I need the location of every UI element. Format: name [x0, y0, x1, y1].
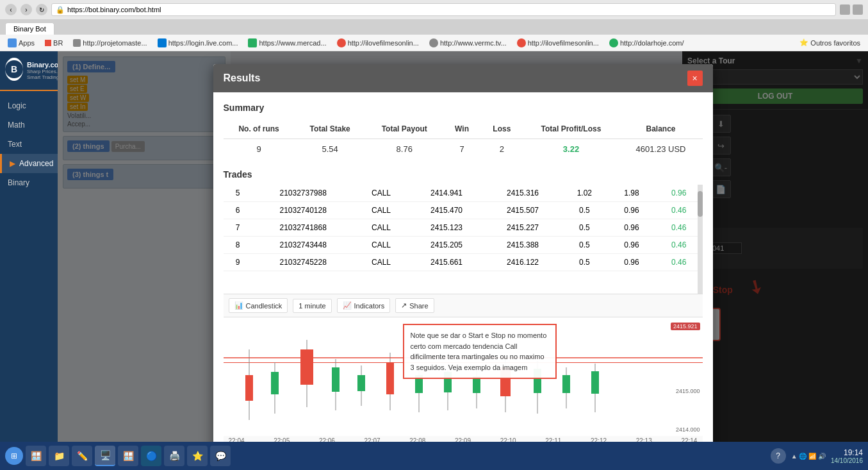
- share-button[interactable]: ↗ Share: [395, 298, 434, 313]
- time-label-4: 22:08: [409, 437, 425, 442]
- trade-id-8: 8: [224, 237, 252, 254]
- indicators-button[interactable]: 📈 Indicators: [337, 298, 391, 313]
- start-button[interactable]: ⊞: [5, 447, 23, 465]
- bookmark-others[interactable]: ⭐ Outros favoritos: [797, 37, 863, 48]
- trade-type-8: CALL: [354, 237, 409, 254]
- taskbar-icon-print[interactable]: 🖨️: [164, 446, 184, 466]
- chart-container: 2415.921 2415.000 2414.000: [224, 317, 703, 442]
- reload-button[interactable]: ↻: [36, 4, 47, 15]
- sidebar-item-math[interactable]: Math: [0, 115, 58, 135]
- bookmark-2[interactable]: https://login.live.com...: [155, 37, 241, 49]
- trades-section: Trades 5 21032737988 CALL 2414.941 2: [224, 169, 703, 294]
- taskbar: ⊞ 🪟 📁 ✏️ 🖥️ 🪟 🔵 🖨️ ⭐ 💬 ? ▲ 🌐 📶 🔊 19:14 1…: [0, 442, 868, 470]
- main-content: (1) Define... set M set E set W set In V…: [58, 51, 868, 442]
- candlestick-button[interactable]: 📊 Candlestick: [229, 298, 288, 313]
- browser-bar: ‹ › ↻ 🔒 https://bot.binary.com/bot.html: [0, 0, 868, 19]
- share-icon: ↗: [401, 301, 407, 310]
- url-text: https://bot.binary.com/bot.html: [67, 6, 161, 13]
- trades-scrollbar-thumb: [698, 191, 703, 217]
- results-modal: Results × Summary No. of runs Total: [213, 64, 713, 442]
- trade-contract-7: 21032741868: [252, 219, 354, 237]
- modal-body: Summary No. of runs Total Stake Total Pa…: [213, 92, 713, 442]
- trade-entry-9: 2415.661: [409, 254, 485, 271]
- taskbar-date-display: 14/10/2016: [831, 457, 863, 464]
- trades-title: Trades: [224, 169, 703, 180]
- trade-entry-5: 2414.941: [409, 185, 485, 202]
- trade-contract-9: 21032745228: [252, 254, 354, 271]
- trade-entry-7: 2415.123: [409, 219, 485, 237]
- bookmark-5[interactable]: http://www.vermc.tv...: [427, 37, 509, 49]
- sidebar-item-text[interactable]: Text: [0, 135, 58, 154]
- sidebar-item-advanced[interactable]: ▶ Advanced: [0, 154, 58, 173]
- modal-title: Results: [224, 72, 261, 84]
- taskbar-icon-star[interactable]: ⭐: [187, 446, 208, 466]
- forward-button[interactable]: ›: [20, 4, 32, 15]
- time-label-8: 22:12: [591, 437, 607, 442]
- bookmarks-bar: Apps BR http://projetomaste... https://l…: [0, 35, 868, 51]
- bookmark-6[interactable]: http://ilovefilmesonlin...: [514, 37, 602, 49]
- bookmark-1[interactable]: http://projetomaste...: [70, 38, 149, 48]
- interval-button[interactable]: 1 minute: [293, 299, 331, 313]
- svg-rect-3: [271, 372, 279, 394]
- menu-icon[interactable]: [853, 4, 863, 15]
- chart-time-labels: 22:04 22:05 22:06 22:07 22:08 22:09 22:1…: [224, 436, 703, 442]
- sidebar-item-logic[interactable]: Logic: [0, 96, 58, 115]
- col-balance: Balance: [619, 119, 702, 139]
- star-icon[interactable]: [840, 4, 850, 15]
- sidebar-item-advanced-label: Advanced: [19, 159, 53, 168]
- trade-profit-7: 0.46: [655, 219, 703, 237]
- sidebar-item-math-label: Math: [8, 121, 25, 130]
- app-area: B Binary.com Sharp Prices. Smart Trading…: [0, 51, 868, 442]
- indicators-label: Indicators: [354, 302, 385, 310]
- taskbar-icon-window[interactable]: 🪟: [118, 446, 138, 466]
- logo-inner: B: [5, 60, 23, 78]
- url-bar[interactable]: 🔒 https://bot.binary.com/bot.html: [51, 3, 836, 16]
- tab-binary-bot[interactable]: Binary Bot: [5, 22, 54, 35]
- trade-row-6: 6 21032740128 CALL 2415.470 2415.507 0.5…: [224, 202, 703, 219]
- svg-rect-9: [357, 375, 365, 391]
- modal-close-button[interactable]: ×: [687, 71, 703, 86]
- taskbar-icon-blue[interactable]: 🔵: [141, 446, 161, 466]
- summary-loss: 2: [480, 139, 523, 160]
- col-stake: Total Stake: [295, 119, 366, 139]
- bookmark-3[interactable]: https://www.mercad...: [245, 37, 329, 49]
- bookmark-br[interactable]: BR: [42, 38, 65, 48]
- modal-header: Results ×: [213, 64, 713, 92]
- summary-profit: 3.22: [523, 139, 619, 160]
- time-label-0: 22:04: [229, 437, 245, 442]
- bookmark-7[interactable]: http://dolarhoje.com/: [607, 37, 687, 49]
- taskbar-icon-browser[interactable]: 🖥️: [95, 446, 115, 466]
- sidebar-item-binary[interactable]: Binary: [0, 173, 58, 192]
- bookmark-apps[interactable]: Apps: [5, 37, 37, 49]
- trade-id-9: 9: [224, 254, 252, 271]
- trade-exit-7: 2415.227: [485, 219, 561, 237]
- summary-runs: 9: [224, 139, 295, 160]
- trade-type-5: CALL: [354, 185, 409, 202]
- taskbar-icon-edit[interactable]: ✏️: [72, 446, 92, 466]
- taskbar-icon-explorer[interactable]: 🪟: [26, 446, 46, 466]
- col-loss: Loss: [480, 119, 523, 139]
- back-button[interactable]: ‹: [5, 4, 17, 15]
- taskbar-icon-chat[interactable]: 💬: [210, 446, 231, 466]
- trade-row-9: 9 21032745228 CALL 2415.661 2416.122 0.5…: [224, 254, 703, 271]
- time-label-5: 22:09: [455, 437, 471, 442]
- svg-rect-23: [562, 375, 570, 393]
- trades-scrollbar[interactable]: [698, 185, 703, 294]
- help-icon[interactable]: ?: [771, 448, 786, 464]
- chart-indicators-icon: 📈: [343, 301, 352, 310]
- tab-bar: Binary Bot: [0, 19, 868, 35]
- trades-table: 5 21032737988 CALL 2414.941 2415.316 1.0…: [224, 185, 703, 271]
- summary-balance: 4601.23 USD: [619, 139, 702, 160]
- trade-stake-7: 0.5: [561, 219, 609, 237]
- interval-label: 1 minute: [299, 302, 325, 310]
- trade-row-5: 5 21032737988 CALL 2414.941 2415.316 1.0…: [224, 185, 703, 202]
- taskbar-icon-folder[interactable]: 📁: [49, 446, 69, 466]
- trades-table-container[interactable]: 5 21032737988 CALL 2414.941 2415.316 1.0…: [224, 185, 703, 294]
- candlestick-chart-icon: 📊: [234, 301, 243, 310]
- taskbar-time-display: 19:14: [831, 448, 863, 457]
- trade-exit-6: 2415.507: [485, 202, 561, 219]
- annotation-text: Note que se dar o Start e Stop no moment…: [411, 332, 547, 371]
- bookmark-4[interactable]: http://ilovefilmesonlin...: [334, 37, 422, 49]
- chart-area: 📊 Candlestick 1 minute 📈 Indicators: [224, 294, 703, 442]
- chevron-right-icon: ▶: [10, 159, 15, 168]
